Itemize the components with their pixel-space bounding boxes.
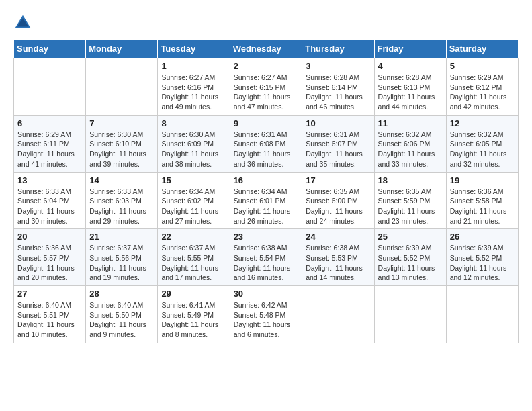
day-info: Sunrise: 6:27 AMSunset: 6:15 PMDaylight:… — [234, 73, 299, 112]
day-number: 26 — [450, 232, 515, 242]
day-number: 7 — [89, 118, 154, 128]
calendar-header-row: SundayMondayTuesdayWednesdayThursdayFrid… — [14, 40, 519, 58]
calendar-cell: 19Sunrise: 6:36 AMSunset: 5:58 PMDayligh… — [446, 172, 518, 229]
calendar-table: SundayMondayTuesdayWednesdayThursdayFrid… — [13, 39, 519, 343]
day-number: 19 — [450, 175, 515, 185]
calendar-cell: 21Sunrise: 6:37 AMSunset: 5:56 PMDayligh… — [86, 229, 158, 286]
day-info: Sunrise: 6:28 AMSunset: 6:14 PMDaylight:… — [306, 73, 370, 112]
day-number: 10 — [306, 118, 370, 128]
weekday-header: Sunday — [14, 40, 86, 58]
calendar-cell: 22Sunrise: 6:37 AMSunset: 5:55 PMDayligh… — [158, 229, 230, 286]
weekday-header: Friday — [374, 40, 446, 58]
day-info: Sunrise: 6:39 AMSunset: 5:52 PMDaylight:… — [450, 243, 515, 283]
logo — [13, 13, 35, 32]
day-number: 21 — [89, 232, 154, 242]
day-info: Sunrise: 6:32 AMSunset: 6:06 PMDaylight:… — [378, 130, 443, 169]
calendar-week-row: 27Sunrise: 6:40 AMSunset: 5:51 PMDayligh… — [14, 286, 519, 343]
day-info: Sunrise: 6:36 AMSunset: 5:58 PMDaylight:… — [450, 187, 515, 226]
day-info: Sunrise: 6:38 AMSunset: 5:53 PMDaylight:… — [306, 243, 370, 283]
day-number: 9 — [234, 118, 299, 128]
calendar-cell: 1Sunrise: 6:27 AMSunset: 6:16 PMDaylight… — [158, 58, 230, 116]
day-number: 3 — [306, 61, 370, 71]
day-info: Sunrise: 6:40 AMSunset: 5:50 PMDaylight:… — [89, 300, 154, 340]
day-number: 14 — [89, 175, 154, 185]
calendar-cell: 25Sunrise: 6:39 AMSunset: 5:52 PMDayligh… — [374, 229, 446, 286]
weekday-header: Saturday — [446, 40, 518, 58]
calendar-cell: 13Sunrise: 6:33 AMSunset: 6:04 PMDayligh… — [14, 172, 86, 229]
calendar-cell: 23Sunrise: 6:38 AMSunset: 5:54 PMDayligh… — [230, 229, 302, 286]
day-info: Sunrise: 6:41 AMSunset: 5:49 PMDaylight:… — [161, 300, 226, 340]
day-info: Sunrise: 6:29 AMSunset: 6:11 PMDaylight:… — [17, 130, 82, 169]
day-number: 24 — [306, 232, 370, 242]
calendar-cell: 9Sunrise: 6:31 AMSunset: 6:08 PMDaylight… — [230, 115, 302, 172]
day-number: 2 — [234, 61, 299, 71]
calendar-cell: 15Sunrise: 6:34 AMSunset: 6:02 PMDayligh… — [158, 172, 230, 229]
day-info: Sunrise: 6:27 AMSunset: 6:16 PMDaylight:… — [161, 73, 226, 112]
calendar-cell: 17Sunrise: 6:35 AMSunset: 6:00 PMDayligh… — [302, 172, 374, 229]
day-info: Sunrise: 6:35 AMSunset: 6:00 PMDaylight:… — [306, 187, 370, 226]
calendar-cell: 7Sunrise: 6:30 AMSunset: 6:10 PMDaylight… — [86, 115, 158, 172]
day-number: 29 — [161, 289, 226, 299]
day-number: 27 — [17, 289, 82, 299]
day-info: Sunrise: 6:33 AMSunset: 6:04 PMDaylight:… — [17, 187, 82, 226]
day-number: 12 — [450, 118, 515, 128]
day-number: 4 — [378, 61, 443, 71]
calendar-cell: 5Sunrise: 6:29 AMSunset: 6:12 PMDaylight… — [446, 58, 518, 116]
day-info: Sunrise: 6:31 AMSunset: 6:07 PMDaylight:… — [306, 130, 370, 169]
calendar-week-row: 20Sunrise: 6:36 AMSunset: 5:57 PMDayligh… — [14, 229, 519, 286]
day-info: Sunrise: 6:42 AMSunset: 5:48 PMDaylight:… — [234, 300, 299, 340]
calendar-cell: 11Sunrise: 6:32 AMSunset: 6:06 PMDayligh… — [374, 115, 446, 172]
calendar-cell: 28Sunrise: 6:40 AMSunset: 5:50 PMDayligh… — [86, 286, 158, 343]
day-number: 13 — [17, 175, 82, 185]
calendar-cell: 4Sunrise: 6:28 AMSunset: 6:13 PMDaylight… — [374, 58, 446, 116]
logo-icon — [13, 13, 32, 32]
day-info: Sunrise: 6:38 AMSunset: 5:54 PMDaylight:… — [234, 243, 299, 283]
calendar-cell: 26Sunrise: 6:39 AMSunset: 5:52 PMDayligh… — [446, 229, 518, 286]
day-number: 30 — [234, 289, 299, 299]
day-info: Sunrise: 6:28 AMSunset: 6:13 PMDaylight:… — [378, 73, 443, 112]
day-number: 16 — [234, 175, 299, 185]
calendar-cell: 27Sunrise: 6:40 AMSunset: 5:51 PMDayligh… — [14, 286, 86, 343]
day-number: 15 — [161, 175, 226, 185]
day-number: 28 — [89, 289, 154, 299]
calendar-cell — [374, 286, 446, 343]
weekday-header: Tuesday — [158, 40, 230, 58]
day-info: Sunrise: 6:37 AMSunset: 5:55 PMDaylight:… — [161, 243, 226, 283]
weekday-header: Wednesday — [230, 40, 302, 58]
calendar-cell: 6Sunrise: 6:29 AMSunset: 6:11 PMDaylight… — [14, 115, 86, 172]
day-info: Sunrise: 6:30 AMSunset: 6:10 PMDaylight:… — [89, 130, 154, 169]
day-info: Sunrise: 6:37 AMSunset: 5:56 PMDaylight:… — [89, 243, 154, 283]
weekday-header: Monday — [86, 40, 158, 58]
day-info: Sunrise: 6:32 AMSunset: 6:05 PMDaylight:… — [450, 130, 515, 169]
day-info: Sunrise: 6:31 AMSunset: 6:08 PMDaylight:… — [234, 130, 299, 169]
calendar-week-row: 6Sunrise: 6:29 AMSunset: 6:11 PMDaylight… — [14, 115, 519, 172]
calendar-cell: 12Sunrise: 6:32 AMSunset: 6:05 PMDayligh… — [446, 115, 518, 172]
day-info: Sunrise: 6:35 AMSunset: 5:59 PMDaylight:… — [378, 187, 443, 226]
day-number: 17 — [306, 175, 370, 185]
day-number: 1 — [161, 61, 226, 71]
day-number: 25 — [378, 232, 443, 242]
calendar-week-row: 1Sunrise: 6:27 AMSunset: 6:16 PMDaylight… — [14, 58, 519, 116]
day-number: 8 — [161, 118, 226, 128]
day-info: Sunrise: 6:30 AMSunset: 6:09 PMDaylight:… — [161, 130, 226, 169]
calendar-cell: 30Sunrise: 6:42 AMSunset: 5:48 PMDayligh… — [230, 286, 302, 343]
calendar-cell: 10Sunrise: 6:31 AMSunset: 6:07 PMDayligh… — [302, 115, 374, 172]
calendar-cell: 2Sunrise: 6:27 AMSunset: 6:15 PMDaylight… — [230, 58, 302, 116]
day-info: Sunrise: 6:39 AMSunset: 5:52 PMDaylight:… — [378, 243, 443, 283]
calendar-cell: 29Sunrise: 6:41 AMSunset: 5:49 PMDayligh… — [158, 286, 230, 343]
day-number: 5 — [450, 61, 515, 71]
calendar-week-row: 13Sunrise: 6:33 AMSunset: 6:04 PMDayligh… — [14, 172, 519, 229]
calendar-cell — [302, 286, 374, 343]
day-info: Sunrise: 6:34 AMSunset: 6:01 PMDaylight:… — [234, 187, 299, 226]
day-number: 23 — [234, 232, 299, 242]
day-number: 20 — [17, 232, 82, 242]
calendar-cell — [446, 286, 518, 343]
calendar-cell — [86, 58, 158, 116]
calendar-cell: 3Sunrise: 6:28 AMSunset: 6:14 PMDaylight… — [302, 58, 374, 116]
day-info: Sunrise: 6:36 AMSunset: 5:57 PMDaylight:… — [17, 243, 82, 283]
day-info: Sunrise: 6:34 AMSunset: 6:02 PMDaylight:… — [161, 187, 226, 226]
calendar-cell: 16Sunrise: 6:34 AMSunset: 6:01 PMDayligh… — [230, 172, 302, 229]
day-info: Sunrise: 6:33 AMSunset: 6:03 PMDaylight:… — [89, 187, 154, 226]
weekday-header: Thursday — [302, 40, 374, 58]
day-number: 18 — [378, 175, 443, 185]
